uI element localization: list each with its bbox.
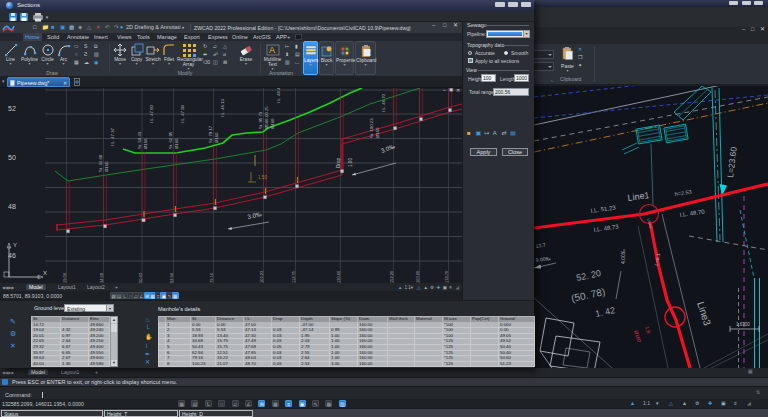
map-layout-tab-model[interactable]: Model xyxy=(28,369,48,375)
edit-table-icon[interactable]: ▤ xyxy=(510,131,516,136)
scroll-thumb[interactable] xyxy=(111,324,117,332)
map-layout-tab-plus[interactable]: + xyxy=(92,369,101,375)
edit-icon[interactable]: ⚙ xyxy=(10,331,16,336)
table-row[interactable]: 38.642.6749.600 xyxy=(32,356,110,362)
table-row[interactable]: 40.001.3649.590 xyxy=(32,361,110,367)
tab-tools[interactable]: Tools xyxy=(135,33,152,41)
ground-table[interactable]: St.DistanceElev.14.7249.66019.044.3249.2… xyxy=(31,316,110,367)
zwcad-close-button[interactable]: ✕ xyxy=(453,21,458,29)
pipeline-combo[interactable]: ▾ xyxy=(486,30,530,38)
properties-button[interactable]: Properties▾ xyxy=(335,41,354,75)
mdi-close-button[interactable]: ✕ xyxy=(760,25,765,33)
map-toggle-6[interactable]: ⊞ xyxy=(258,400,265,407)
zwcad-layout-tab-model[interactable]: Model xyxy=(26,284,46,290)
zwcad-layout-tab-layout1[interactable]: Layout1 xyxy=(55,284,79,290)
clipboard-button[interactable]: Clipboard▾ xyxy=(355,41,376,75)
color-combo[interactable] xyxy=(532,62,554,71)
table-row[interactable]: 35.976.6549.550 xyxy=(32,350,110,356)
sections-titlebar[interactable]: Sections xyxy=(0,0,534,11)
table-row[interactable]: 29.326.6749.400 xyxy=(32,344,110,350)
field-status[interactable]: Status xyxy=(1,410,103,417)
open-icon[interactable]: ■ xyxy=(467,131,471,136)
map-toggle-11[interactable]: ▦ xyxy=(325,400,332,407)
map-command-bar[interactable]: Command: ⇅ xyxy=(0,386,768,399)
swap-icon[interactable]: ⇄ xyxy=(501,131,506,136)
polyline-button[interactable]: Polyline▾ xyxy=(20,42,39,66)
table-row[interactable]: 20.010.9749.200 xyxy=(32,333,110,339)
tab-arcgis[interactable]: ArcGIS xyxy=(251,33,273,41)
drawing-minimize-icon[interactable]: – xyxy=(443,86,446,94)
zwcad-view-icon-7[interactable]: ▣ xyxy=(443,285,447,290)
zwcad-view-icon-1[interactable]: 1:1 xyxy=(404,285,410,290)
map-view-icon-6[interactable]: ✚ xyxy=(708,401,712,406)
map-toggle-4[interactable]: ▱ xyxy=(232,400,239,407)
document-tab[interactable]: Pipesew.dwg* ✕ xyxy=(7,77,70,87)
annotation-extra-2-1-icon[interactable]: ⌴ xyxy=(295,60,299,65)
mdi-minimize-button[interactable]: – xyxy=(742,25,745,33)
map-layout-grid-icon[interactable]: ▦ xyxy=(748,369,753,374)
valve-icon[interactable]: ✋ xyxy=(145,335,153,340)
zwcad-view-icon-9[interactable]: ◢ xyxy=(456,285,459,290)
manhole-icon[interactable]: ♨ xyxy=(145,318,150,323)
layers-button[interactable]: Layers▾ xyxy=(303,41,318,75)
drawing-close-icon[interactable]: ✕ xyxy=(456,86,460,94)
field-height_t[interactable]: Height_T xyxy=(104,410,178,417)
modify-extra-0-1-icon[interactable]: ▱ xyxy=(213,44,217,49)
map-toggle-0[interactable]: ▦ xyxy=(178,400,185,407)
workspace-dropdown[interactable]: 2D Drafting & Annotati ▾ xyxy=(126,24,184,30)
delete-icon[interactable]: ✕ xyxy=(10,343,16,348)
draw-extra-2-2-icon[interactable]: ◉ xyxy=(94,60,98,65)
map-layout-tab-layout1[interactable]: Layout1 xyxy=(58,369,82,375)
tab-express[interactable]: Express xyxy=(206,33,230,41)
brush-icon[interactable]: ✒ xyxy=(145,352,150,357)
table-row[interactable]: 22.652.6449.250 xyxy=(32,339,110,345)
cut-icon[interactable]: ✕ xyxy=(578,47,582,52)
tab-solid[interactable]: Solid xyxy=(45,33,61,41)
tab-insert[interactable]: Insert xyxy=(92,33,110,41)
move-button[interactable]: Move▾ xyxy=(112,42,128,66)
modify-extra-2-2-icon[interactable]: ⊞ xyxy=(223,60,227,65)
modify-extra-1-2-icon[interactable]: ⌀ xyxy=(223,52,226,57)
plot-icon[interactable]: ▩ xyxy=(69,24,74,31)
map-toggle-3[interactable]: ○ xyxy=(218,400,225,407)
match-icon[interactable]: ✦ xyxy=(578,63,582,68)
apply-all-checkbox[interactable] xyxy=(468,58,473,63)
map-view-icon-0[interactable]: ▲ xyxy=(630,401,635,406)
tab-views[interactable]: Views xyxy=(115,33,134,41)
stretch-button[interactable]: Stretch▾ xyxy=(145,42,161,66)
sections-minimize-button[interactable] xyxy=(495,2,505,7)
table-row[interactable]: 19.044.3249.240 xyxy=(32,328,110,334)
draw-extra-2-0-icon[interactable]: ▦ xyxy=(74,60,79,65)
fillet-button[interactable]: Fillet▾ xyxy=(162,42,176,66)
map-canvas[interactable]: Line1Line3I.L. 51.23I.L. 48.73I.L. 48.70… xyxy=(534,86,768,368)
modify-extra-2-1-icon[interactable]: ◫ xyxy=(213,60,218,65)
align-icon[interactable]: ↦ xyxy=(484,131,489,136)
add-icon[interactable]: ✎ xyxy=(10,319,16,324)
annotation-extra-1-1-icon[interactable]: ▤ xyxy=(295,52,300,57)
field-height_d[interactable]: Height_D xyxy=(179,410,253,417)
modify-extra-1-1-icon[interactable]: ☍ xyxy=(213,52,218,57)
delete-icon[interactable]: ✕ xyxy=(145,360,150,365)
command-history-icon[interactable]: ⇅ xyxy=(756,390,760,395)
manhole-table-grid[interactable]: Man.St.DistanceI.L.DropDepthSlope (%)Dia… xyxy=(158,316,535,367)
scroll-up-icon[interactable]: ▲ xyxy=(111,317,117,323)
zwcad-view-icon-2[interactable]: ▾ xyxy=(411,285,413,290)
map-toggle-5[interactable]: ∠ xyxy=(245,400,252,407)
ground-table-grid[interactable]: St.DistanceElev.14.7249.66019.044.3249.2… xyxy=(31,316,110,367)
map-toggle-9[interactable]: ▣ xyxy=(299,400,306,407)
zwcad-titlebar[interactable]: □📁■▣▩◈△✕↶↷·● 2D Drafting & Annotati ▾ ZW… xyxy=(0,22,462,33)
tab-annotate[interactable]: Annotate xyxy=(65,33,91,41)
map-layout-nav-arrows[interactable]: ◀◀▶▶ xyxy=(2,370,14,375)
layer-combo[interactable] xyxy=(532,50,554,59)
map-view-icon-4[interactable]: ▲ xyxy=(682,401,687,406)
map-view-icon-2[interactable]: ▾ xyxy=(656,401,659,406)
map-toggle-1[interactable]: ▤ xyxy=(191,400,198,407)
copy-icon[interactable]: ❐ xyxy=(578,55,582,60)
annotation-extra-0-0-icon[interactable]: ⊢ xyxy=(285,44,289,49)
zwcad-view-icon-6[interactable]: ✚ xyxy=(436,285,440,290)
draw-extra-0-2-icon[interactable]: ⧉ xyxy=(94,44,98,49)
document-tab-close-icon[interactable]: ✕ xyxy=(63,80,67,86)
sections-maximize-button[interactable] xyxy=(508,2,518,7)
zwcad-maximize-button[interactable]: □ xyxy=(443,21,446,29)
smooth-radio[interactable] xyxy=(504,51,508,55)
